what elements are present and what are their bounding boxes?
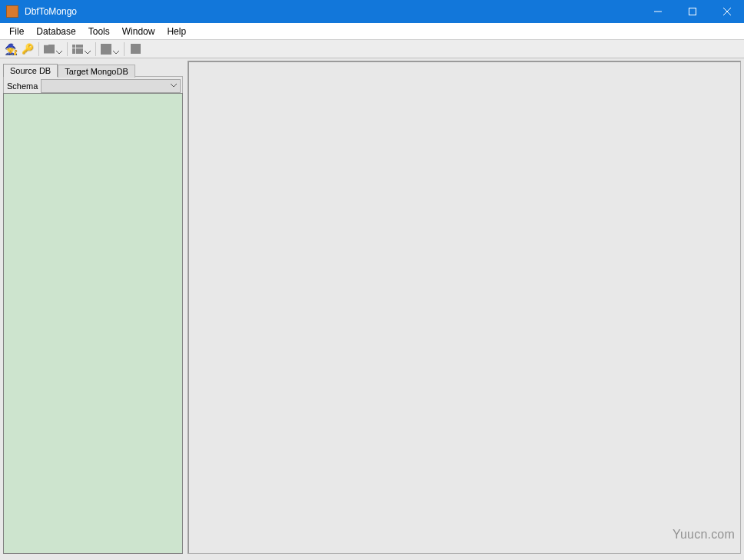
menu-file[interactable]: File bbox=[3, 25, 30, 38]
svg-rect-1 bbox=[689, 8, 696, 15]
content-area bbox=[188, 61, 741, 554]
wizard-button[interactable]: 🧙 bbox=[3, 41, 18, 57]
menu-window[interactable]: Window bbox=[116, 25, 161, 38]
chevron-down-icon bbox=[56, 46, 62, 52]
tab-source-db[interactable]: Source DB bbox=[3, 64, 58, 77]
maximize-button[interactable] bbox=[675, 0, 709, 23]
toolbar-separator bbox=[95, 42, 96, 56]
schema-row: Schema bbox=[3, 76, 183, 93]
grid-dropdown[interactable] bbox=[71, 41, 92, 57]
toolbar-separator bbox=[124, 42, 125, 56]
menu-help[interactable]: Help bbox=[161, 25, 192, 38]
toolbar-separator bbox=[67, 42, 68, 56]
schema-label: Schema bbox=[7, 81, 38, 91]
key-icon: 🔑 bbox=[22, 44, 34, 54]
titlebar: DbfToMongo bbox=[0, 0, 744, 23]
open-dropdown[interactable] bbox=[42, 41, 64, 57]
action-icon bbox=[101, 44, 111, 55]
grid-icon bbox=[72, 45, 83, 54]
toolbar-separator bbox=[38, 42, 39, 56]
window-title: DbfToMongo bbox=[25, 6, 77, 17]
menu-database[interactable]: Database bbox=[30, 25, 81, 38]
body-area: Source DB Target MongoDB Schema bbox=[0, 58, 744, 560]
menu-tools[interactable]: Tools bbox=[82, 25, 116, 38]
source-list-area[interactable] bbox=[3, 93, 183, 554]
toolbar: 🧙 🔑 bbox=[0, 40, 744, 58]
stop-icon bbox=[131, 44, 141, 54]
tabs-row: Source DB Target MongoDB bbox=[3, 61, 183, 76]
schema-select[interactable] bbox=[41, 79, 181, 93]
minimize-button[interactable] bbox=[640, 0, 675, 23]
wizard-icon: 🧙 bbox=[5, 44, 18, 55]
folder-icon bbox=[44, 45, 55, 54]
stop-button[interactable] bbox=[128, 41, 143, 57]
key-button[interactable]: 🔑 bbox=[20, 41, 35, 57]
chevron-down-icon bbox=[85, 46, 91, 52]
action-dropdown[interactable] bbox=[99, 41, 121, 57]
menubar: File Database Tools Window Help bbox=[0, 23, 744, 40]
watermark: Yuucn.com bbox=[673, 528, 735, 542]
chevron-down-icon bbox=[113, 46, 119, 52]
close-button[interactable] bbox=[709, 0, 744, 23]
left-panel: Source DB Target MongoDB Schema bbox=[3, 61, 183, 554]
tab-target-mongodb[interactable]: Target MongoDB bbox=[58, 65, 135, 78]
app-icon bbox=[6, 5, 18, 18]
